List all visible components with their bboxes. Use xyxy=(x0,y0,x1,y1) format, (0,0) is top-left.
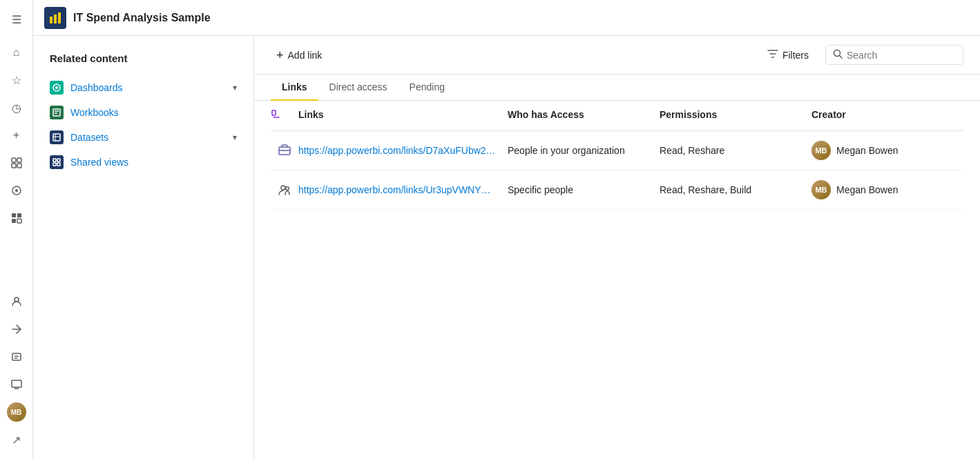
svg-rect-28 xyxy=(57,159,60,162)
right-panel: + Add link Filters xyxy=(254,36,980,459)
header-permissions: Permissions xyxy=(660,109,811,122)
permissions-2: Read, Reshare, Build xyxy=(660,184,811,195)
header-icon-col xyxy=(271,109,298,122)
svg-point-36 xyxy=(281,186,285,190)
creator-name-2: Megan Bowen xyxy=(836,184,899,195)
search-icon xyxy=(833,49,843,61)
search-box[interactable] xyxy=(825,45,963,65)
tab-direct-access[interactable]: Direct access xyxy=(318,75,398,101)
who-has-access-1: People in your organization xyxy=(508,145,660,156)
left-navigation: ☰ ⌂ ☆ ◷ + MB ↗ xyxy=(0,0,33,459)
permissions-1: Read, Reshare xyxy=(660,145,811,156)
sidebar: Related content Dashboards ▾ Workbooks D… xyxy=(33,36,254,459)
svg-rect-8 xyxy=(12,219,16,223)
workspaces-icon[interactable] xyxy=(4,206,29,231)
table-row: https://app.powerbi.com/links/Ur3upVWNYZ… xyxy=(271,170,963,210)
page-title: IT Spend Analysis Sample xyxy=(73,12,211,24)
svg-rect-29 xyxy=(53,163,56,166)
svg-line-32 xyxy=(840,56,843,59)
svg-rect-27 xyxy=(53,159,56,162)
dashboards-icon xyxy=(50,81,64,95)
sidebar-section-title: Related content xyxy=(33,47,253,75)
svg-rect-24 xyxy=(53,134,60,141)
filters-button[interactable]: Filters xyxy=(762,44,814,66)
add-link-label: Add link xyxy=(288,50,323,61)
links-table: Links Who has Access Permissions Creator… xyxy=(254,101,980,459)
deploy-icon[interactable] xyxy=(4,317,29,342)
shared-views-icon xyxy=(50,155,64,169)
creator-2: MB Megan Bowen xyxy=(811,180,963,199)
panel-tabs: Links Direct access Pending xyxy=(254,75,980,101)
svg-rect-18 xyxy=(58,12,61,23)
dashboards-chevron: ▾ xyxy=(233,83,237,92)
workbooks-icon xyxy=(50,106,64,119)
svg-rect-30 xyxy=(57,163,60,166)
header-creator: Creator xyxy=(811,109,963,122)
datasets-icon xyxy=(50,130,64,144)
create-icon[interactable]: + xyxy=(4,123,29,148)
top-header: IT Spend Analysis Sample xyxy=(33,0,980,36)
shared-views-label: Shared views xyxy=(70,157,237,168)
header-who-has-access: Who has Access xyxy=(508,109,660,122)
external-link-icon[interactable]: ↗ xyxy=(4,427,29,452)
content-body: Related content Dashboards ▾ Workbooks D… xyxy=(33,36,980,459)
shared-icon[interactable] xyxy=(4,150,29,175)
who-has-access-2: Specific people xyxy=(508,184,660,195)
svg-rect-11 xyxy=(12,353,21,360)
people-icon[interactable] xyxy=(4,289,29,314)
home-icon[interactable]: ⌂ xyxy=(4,40,29,65)
recent-icon[interactable]: ◷ xyxy=(4,95,29,120)
filters-label: Filters xyxy=(782,50,809,61)
sidebar-item-dashboards[interactable]: Dashboards ▾ xyxy=(33,75,253,100)
sidebar-item-shared-views[interactable]: Shared views xyxy=(33,150,253,175)
monitor-icon[interactable] xyxy=(4,372,29,397)
tab-links[interactable]: Links xyxy=(271,75,318,101)
metrics-icon[interactable] xyxy=(4,178,29,203)
svg-rect-1 xyxy=(17,158,21,162)
creator-1: MB Megan Bowen xyxy=(811,141,963,160)
svg-rect-14 xyxy=(12,380,21,387)
svg-rect-0 xyxy=(12,158,16,162)
creator-avatar-1: MB xyxy=(811,141,831,160)
svg-rect-9 xyxy=(17,219,21,223)
favorites-icon[interactable]: ☆ xyxy=(4,68,29,92)
svg-rect-17 xyxy=(54,14,57,23)
hamburger-icon[interactable]: ☰ xyxy=(4,7,29,32)
add-link-button[interactable]: + Add link xyxy=(271,45,327,66)
tab-pending[interactable]: Pending xyxy=(398,75,456,101)
table-row: https://app.powerbi.com/links/D7aXuFUbw2… xyxy=(271,131,963,170)
sidebar-item-datasets[interactable]: Datasets ▾ xyxy=(33,125,253,150)
filters-icon xyxy=(767,48,778,61)
search-input[interactable] xyxy=(847,50,956,61)
svg-point-5 xyxy=(15,189,18,192)
svg-point-37 xyxy=(286,187,289,191)
add-link-plus-icon: + xyxy=(276,49,284,61)
toolbar-right: Filters xyxy=(762,44,963,66)
main-area: IT Spend Analysis Sample Related content… xyxy=(33,0,980,459)
datasets-chevron: ▾ xyxy=(233,133,237,142)
svg-point-10 xyxy=(15,297,19,302)
svg-rect-3 xyxy=(17,164,21,168)
table-header: Links Who has Access Permissions Creator xyxy=(271,101,963,131)
creator-avatar-2: MB xyxy=(811,180,831,199)
user-avatar[interactable]: MB xyxy=(4,400,29,424)
panel-toolbar: + Add link Filters xyxy=(254,36,980,75)
datasets-label: Datasets xyxy=(70,132,226,143)
svg-rect-21 xyxy=(53,109,60,116)
svg-rect-16 xyxy=(50,17,52,23)
workbooks-label: Workbooks xyxy=(70,107,237,118)
app-icon xyxy=(44,7,66,29)
svg-point-20 xyxy=(55,86,58,89)
svg-rect-2 xyxy=(12,164,16,168)
dashboards-label: Dashboards xyxy=(70,82,226,93)
link-url-2[interactable]: https://app.powerbi.com/links/Ur3upVWNYZ… xyxy=(298,184,508,195)
link-url-1[interactable]: https://app.powerbi.com/links/D7aXuFUbw2… xyxy=(298,145,508,156)
link-type-icon-org xyxy=(271,144,298,157)
svg-rect-33 xyxy=(272,110,276,115)
sidebar-item-workbooks[interactable]: Workbooks xyxy=(33,100,253,125)
svg-rect-7 xyxy=(17,213,21,217)
svg-rect-6 xyxy=(12,213,16,217)
learn-icon[interactable] xyxy=(4,344,29,369)
header-links: Links xyxy=(298,109,508,122)
link-type-icon-people xyxy=(271,184,298,196)
